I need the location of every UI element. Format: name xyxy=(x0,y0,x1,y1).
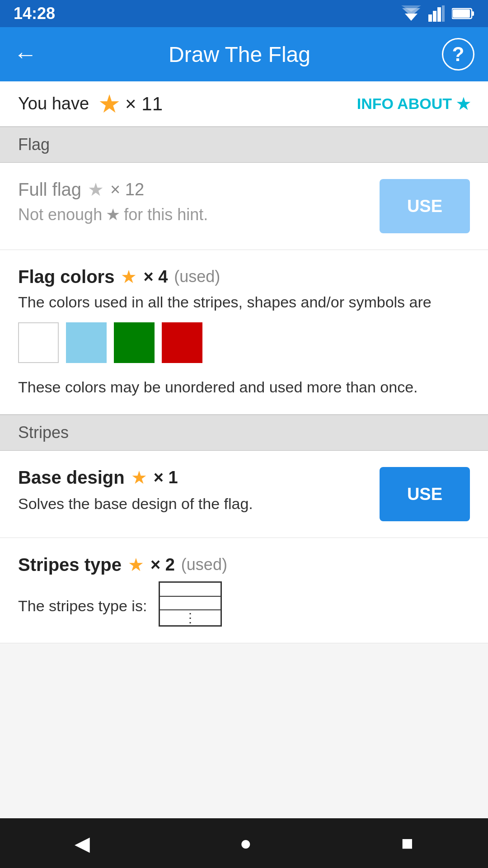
base-design-hint: Base design ★ × 1 Solves the base design… xyxy=(0,451,488,538)
not-enough-star-icon: ★ xyxy=(106,205,120,224)
color-swatch-lightblue xyxy=(66,322,107,363)
status-icons xyxy=(401,5,474,22)
flag-section-title: Flag xyxy=(18,135,50,154)
svg-rect-3 xyxy=(428,14,432,22)
stripes-type-hint: Stripes type ★ × 2 (used) The stripes ty… xyxy=(0,538,488,643)
svg-rect-6 xyxy=(442,5,445,22)
base-design-star-icon: ★ xyxy=(131,467,147,488)
svg-rect-9 xyxy=(453,9,470,18)
color-swatch-green xyxy=(114,322,155,363)
battery-icon xyxy=(452,7,474,20)
flag-colors-description: The colors used in all the stripes, shap… xyxy=(18,292,432,313)
status-time: 14:28 xyxy=(14,4,55,23)
color-swatch-red xyxy=(162,322,202,363)
help-button[interactable]: ? xyxy=(442,38,474,71)
base-design-cost: × 1 xyxy=(154,468,178,487)
stripes-section-title: Stripes xyxy=(18,423,69,442)
stars-count: × 11 xyxy=(125,93,163,115)
base-design-title-row: Base design ★ × 1 xyxy=(18,467,366,488)
app-bar: ← Draw The Flag ? xyxy=(0,27,488,81)
info-about-button[interactable]: INFO ABOUT ★ xyxy=(357,95,470,113)
full-flag-star-icon: ★ xyxy=(88,179,104,200)
stripes-type-label: The stripes type is: xyxy=(18,595,147,617)
stripes-type-cost: × 2 xyxy=(150,555,175,575)
stripes-type-star-icon: ★ xyxy=(128,554,144,575)
status-bar: 14:28 xyxy=(0,0,488,27)
app-title: Draw The Flag xyxy=(51,42,428,67)
full-flag-title-row: Full flag ★ × 12 xyxy=(18,179,366,200)
nav-back-button[interactable]: ◀ xyxy=(75,832,90,855)
wifi-icon xyxy=(401,5,421,22)
not-enough-label: Not enough ★ for this hint. xyxy=(18,205,366,224)
color-swatch-white xyxy=(18,322,59,363)
signal-icon xyxy=(428,5,445,22)
star-icon: ★ xyxy=(98,89,121,118)
full-flag-info: Full flag ★ × 12 Not enough ★ for this h… xyxy=(18,179,366,224)
stripes-section-header: Stripes xyxy=(0,415,488,451)
color-swatches xyxy=(18,322,202,363)
flag-colors-cost: × 4 xyxy=(143,267,168,287)
stripes-type-display: The stripes type is: ⋮ xyxy=(18,581,222,627)
stripes-type-title: Stripes type xyxy=(18,555,122,575)
base-design-title: Base design xyxy=(18,467,125,488)
flag-section-header: Flag xyxy=(0,127,488,163)
nav-recents-button[interactable]: ■ xyxy=(401,832,413,854)
stripes-type-icon: ⋮ xyxy=(159,581,222,627)
svg-rect-8 xyxy=(472,11,474,16)
stars-label: You have xyxy=(18,94,89,113)
base-design-use-button[interactable]: USE xyxy=(380,467,470,521)
base-design-info: Base design ★ × 1 Solves the base design… xyxy=(18,467,366,515)
full-flag-use-button[interactable]: USE xyxy=(380,179,470,233)
stars-row: You have ★ × 11 INFO ABOUT ★ xyxy=(0,81,488,127)
nav-home-button[interactable]: ● xyxy=(239,832,252,854)
stripes-type-used: (used) xyxy=(181,555,227,574)
back-button[interactable]: ← xyxy=(14,41,37,68)
full-flag-title: Full flag xyxy=(18,179,81,200)
flag-colors-hint: Flag colors ★ × 4 (used) The colors used… xyxy=(0,250,488,415)
info-star-icon: ★ xyxy=(456,95,470,113)
full-flag-cost: × 12 xyxy=(110,180,144,199)
svg-rect-4 xyxy=(433,11,436,22)
flag-colors-used: (used) xyxy=(174,267,220,286)
svg-rect-5 xyxy=(437,7,441,22)
flag-colors-title: Flag colors xyxy=(18,267,114,287)
flag-colors-star-icon: ★ xyxy=(121,266,137,287)
base-design-description: Solves the base design of the flag. xyxy=(18,493,366,515)
flag-colors-note: These colors may be unordered and used m… xyxy=(18,377,418,398)
full-flag-hint: Full flag ★ × 12 Not enough ★ for this h… xyxy=(0,163,488,250)
nav-bar: ◀ ● ■ xyxy=(0,818,488,868)
